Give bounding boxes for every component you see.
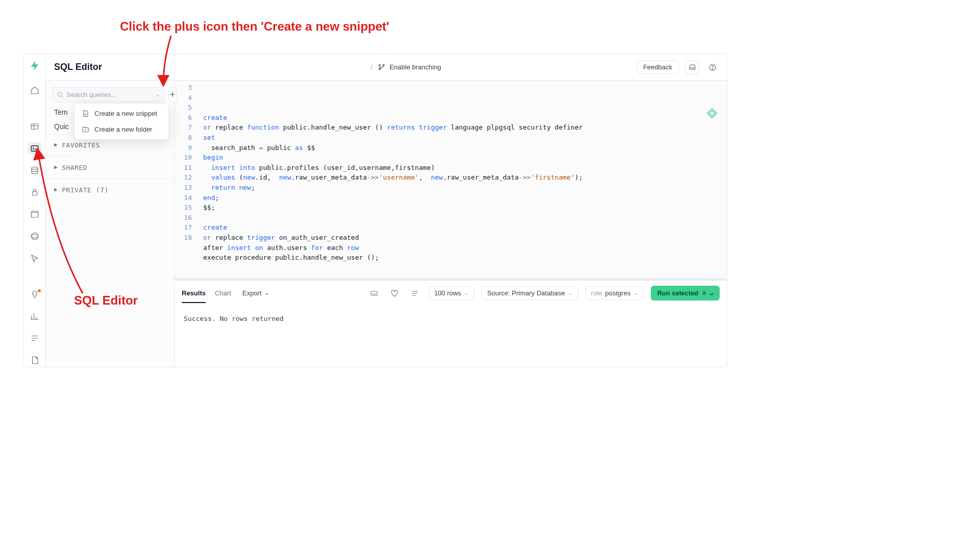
heart-icon[interactable] [388,287,401,300]
export-button[interactable]: Export ⌄ [242,289,270,297]
logs-icon[interactable] [28,332,42,345]
results-toolbar: Results Chart Export ⌄ 100 rows ⌄ [175,280,727,306]
plus-icon [169,91,176,98]
run-label: Run selected [657,289,698,297]
run-button[interactable]: Run selected ⌘ ↵ [651,286,720,300]
new-dropdown: Create a new snippet Create a new folder [74,103,169,140]
storage-icon[interactable] [28,208,42,220]
ai-assist-icon[interactable] [706,88,718,99]
svg-point-9 [379,68,380,70]
api-docs-icon[interactable] [28,354,42,367]
annotation-top: Click the plus icon then 'Create a new s… [120,19,389,34]
chevron-right-icon: ▶ [54,164,58,170]
chevron-down-icon: ⌄ [633,290,638,296]
code-editor[interactable]: 3456789101112131415161718 createor repla… [175,81,727,278]
svg-point-11 [712,69,713,69]
svg-point-4 [31,233,38,240]
sql-editor-icon[interactable] [28,142,42,155]
line-gutter: 3456789101112131415161718 [175,81,198,278]
advisor-icon[interactable] [28,288,42,301]
search-input-wrap[interactable]: ⌄ [52,87,164,102]
source-label: Source: Primary Database [487,289,565,297]
chevron-down-icon: ⌄ [264,290,269,296]
svg-rect-1 [31,145,38,151]
page-title: SQL Editor [46,54,174,81]
shared-section[interactable]: ▶ SHARED [46,156,174,179]
rows-limit-label: 100 rows [434,289,461,297]
auth-icon[interactable] [28,186,42,198]
help-icon[interactable] [705,60,720,74]
table-editor-icon[interactable] [28,120,42,133]
svg-rect-0 [31,123,38,129]
create-snippet-label: Create a new snippet [94,110,157,117]
database-icon[interactable] [28,164,42,177]
topbar: / Enable branching Feedback [175,54,727,81]
private-section[interactable]: ▶ PRIVATE (7) [46,179,174,201]
chevron-right-icon: ▶ [54,141,58,148]
logo-icon[interactable] [29,60,40,71]
inbox-icon[interactable] [685,60,699,74]
feedback-button[interactable]: Feedback [636,60,679,74]
new-query-button[interactable] [168,87,177,102]
svg-point-5 [31,235,38,238]
wrap-icon[interactable] [408,287,422,300]
svg-rect-12 [371,291,377,295]
tab-results[interactable]: Results [182,284,206,303]
breadcrumb-slash: / [371,63,373,71]
shared-label: SHARED [62,164,87,171]
app-window: SQL Editor ⌄ Create a new snippet Create… [23,54,727,367]
edge-functions-icon[interactable] [28,230,42,242]
enable-branching-button[interactable]: Enable branching [378,63,441,71]
role-key: role [591,289,602,297]
create-snippet-item[interactable]: Create a new snippet [77,106,166,121]
export-label: Export [242,289,262,297]
svg-point-2 [32,167,38,169]
search-icon [57,91,63,98]
chevron-down-icon: ⌄ [464,290,469,296]
code-area[interactable]: createor replace function public.handle_… [198,81,727,278]
home-icon[interactable] [28,84,42,96]
realtime-icon[interactable] [28,252,42,265]
results-status: Success. No rows returned [184,315,284,322]
svg-point-6 [58,92,62,96]
role-value: postgres [605,289,631,297]
private-label: PRIVATE (7) [62,186,109,194]
svg-point-8 [383,64,384,66]
nav-rail [23,54,46,367]
source-select[interactable]: Source: Primary Database ⌄ [481,286,578,300]
file-plus-icon [82,110,89,117]
chevron-right-icon: ▶ [54,186,58,193]
create-folder-label: Create a new folder [94,126,152,133]
reports-icon[interactable] [28,310,42,323]
chevron-down-icon: ⌄ [568,290,573,296]
create-folder-item[interactable]: Create a new folder [77,121,166,137]
favorites-label: FAVORITES [62,141,100,149]
svg-rect-3 [32,191,37,195]
enable-branching-label: Enable branching [389,63,441,71]
svg-point-7 [379,64,380,66]
run-shortcut: ⌘ ↵ [702,290,714,297]
rows-limit-select[interactable]: 100 rows ⌄ [429,286,475,300]
keyboard-icon[interactable] [368,287,381,300]
results-body: Success. No rows returned [175,306,727,367]
sidebar: SQL Editor ⌄ Create a new snippet Create… [46,54,175,367]
search-input[interactable] [66,91,152,98]
branch-icon [378,63,385,71]
chevron-updown-icon: ⌄ [155,91,160,98]
breadcrumb: / Enable branching [182,63,630,71]
tab-chart[interactable]: Chart [215,284,231,302]
role-select[interactable]: role postgres ⌄ [585,286,644,300]
folder-plus-icon [82,126,89,133]
main: / Enable branching Feedback 345678910111… [175,54,727,367]
